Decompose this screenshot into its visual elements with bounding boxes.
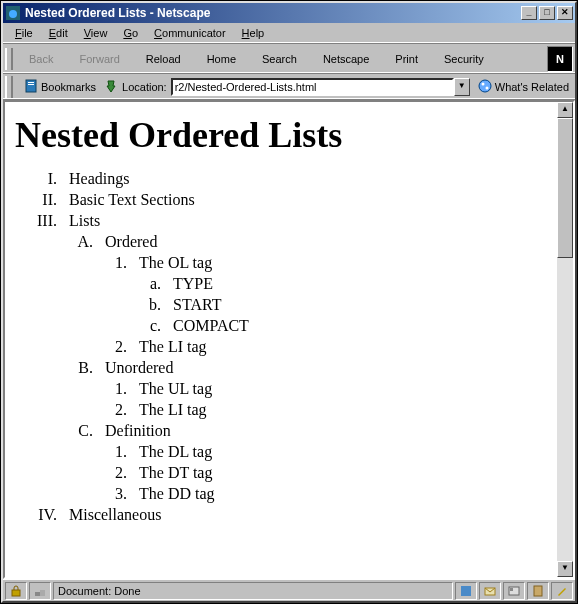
throbber-icon: N [547, 46, 573, 72]
menu-help[interactable]: Help [234, 25, 273, 41]
svg-point-7 [485, 86, 488, 89]
list-item: IV.Miscellaneous [15, 506, 547, 524]
list-item-label: Lists [69, 212, 100, 229]
svg-rect-11 [461, 586, 471, 596]
list-item-label: The LI tag [139, 401, 207, 418]
home-button[interactable]: Home [195, 49, 248, 69]
titlebar: Nested Ordered Lists - Netscape _ □ ✕ [3, 3, 575, 23]
list-item-label: Ordered [105, 233, 157, 250]
window-controls: _ □ ✕ [521, 6, 573, 20]
viewport: Nested Ordered Lists I.HeadingsII.Basic … [3, 100, 575, 579]
list-marker: I. [15, 170, 57, 188]
menu-file[interactable]: File [7, 25, 41, 41]
location-dropdown-button[interactable]: ▼ [454, 78, 470, 96]
list-item-label: The DT tag [139, 464, 212, 481]
vertical-scrollbar[interactable]: ▲ ▼ [557, 102, 573, 577]
list-marker: b. [135, 296, 161, 314]
list-item-label: Basic Text Sections [69, 191, 195, 208]
menubar: File Edit View Go Communicator Help [3, 23, 575, 44]
scroll-thumb[interactable] [557, 118, 573, 258]
list-item: 2.The LI tag [101, 338, 547, 356]
scroll-up-button[interactable]: ▲ [557, 102, 573, 118]
menu-communicator[interactable]: Communicator [146, 25, 234, 41]
forward-button[interactable]: Forward [67, 49, 131, 69]
list-marker: A. [65, 233, 93, 251]
list-marker: 1. [101, 380, 127, 398]
location-toolbar: Bookmarks Location: ▼ What's Related [3, 74, 575, 100]
app-window: Nested Ordered Lists - Netscape _ □ ✕ Fi… [1, 1, 577, 603]
mail-component-icon[interactable] [479, 582, 501, 600]
whats-related-button[interactable]: What's Related [474, 77, 573, 97]
menu-view[interactable]: View [76, 25, 116, 41]
svg-rect-10 [40, 590, 45, 596]
svg-rect-3 [28, 82, 34, 83]
list-marker: C. [65, 422, 93, 440]
svg-rect-9 [35, 592, 40, 596]
window-title: Nested Ordered Lists - Netscape [25, 6, 521, 20]
online-status-icon[interactable] [29, 582, 51, 600]
composer-component-icon[interactable] [551, 582, 573, 600]
component-bar [455, 582, 573, 600]
list-item: II.Basic Text Sections [15, 191, 547, 209]
back-button[interactable]: Back [17, 49, 65, 69]
list-item: 1.The OL taga.TYPEb.STARTc.COMPACT [101, 254, 547, 335]
list-item-label: Definition [105, 422, 171, 439]
print-button[interactable]: Print [383, 49, 430, 69]
location-input[interactable] [171, 78, 454, 96]
list-item: 1.The UL tag [101, 380, 547, 398]
status-text: Document: Done [53, 582, 453, 600]
list-marker: 2. [101, 338, 127, 356]
statusbar: Document: Done [3, 579, 575, 601]
toolbar-grip[interactable] [5, 48, 13, 70]
news-component-icon[interactable] [503, 582, 525, 600]
list-item: A.Ordered1.The OL taga.TYPEb.STARTc.COMP… [65, 233, 547, 356]
netscape-button[interactable]: Netscape [311, 49, 381, 69]
search-button[interactable]: Search [250, 49, 309, 69]
list-item-label: Headings [69, 170, 129, 187]
nav-component-icon[interactable] [455, 582, 477, 600]
list-item-label: START [173, 296, 221, 313]
svg-rect-14 [510, 588, 513, 591]
list-item: 3.The DD tag [101, 485, 547, 503]
list-item: c.COMPACT [135, 317, 547, 335]
svg-rect-15 [534, 586, 542, 596]
list-marker: II. [15, 191, 57, 209]
security-lock-icon[interactable] [5, 582, 27, 600]
close-button[interactable]: ✕ [557, 6, 573, 20]
menu-edit[interactable]: Edit [41, 25, 76, 41]
list-item-label: TYPE [173, 275, 213, 292]
nested-list: A.Ordered1.The OL taga.TYPEb.STARTc.COMP… [65, 233, 547, 503]
list-marker: 1. [101, 254, 127, 272]
list-item-label: The UL tag [139, 380, 212, 397]
location-pin-icon [104, 79, 118, 95]
security-button[interactable]: Security [432, 49, 496, 69]
list-item: C.Definition1.The DL tag2.The DT tag3.Th… [65, 422, 547, 503]
list-item: a.TYPE [135, 275, 547, 293]
list-item: b.START [135, 296, 547, 314]
scroll-track[interactable] [557, 118, 573, 561]
location-label: Location: [122, 81, 167, 93]
locbar-grip[interactable] [5, 76, 13, 98]
list-item: B.Unordered1.The UL tag2.The LI tag [65, 359, 547, 419]
related-icon [478, 79, 492, 95]
page-body: Nested Ordered Lists I.HeadingsII.Basic … [5, 102, 557, 577]
address-component-icon[interactable] [527, 582, 549, 600]
list-item-label: The DD tag [139, 485, 215, 502]
menu-go[interactable]: Go [115, 25, 146, 41]
nested-list: 1.The OL taga.TYPEb.STARTc.COMPACT2.The … [101, 254, 547, 356]
maximize-button[interactable]: □ [539, 6, 555, 20]
list-item-label: The LI tag [139, 338, 207, 355]
bookmarks-label: Bookmarks [41, 81, 96, 93]
list-marker: B. [65, 359, 93, 377]
minimize-button[interactable]: _ [521, 6, 537, 20]
list-marker: 3. [101, 485, 127, 503]
scroll-down-button[interactable]: ▼ [557, 561, 573, 577]
reload-button[interactable]: Reload [134, 49, 193, 69]
bookmarks-button[interactable]: Bookmarks [20, 77, 100, 97]
list-marker: III. [15, 212, 57, 230]
nested-list: 1.The DL tag2.The DT tag3.The DD tag [101, 443, 547, 503]
list-item: 1.The DL tag [101, 443, 547, 461]
nested-list: a.TYPEb.STARTc.COMPACT [135, 275, 547, 335]
location-field-wrap: ▼ [171, 78, 470, 96]
list-marker: 1. [101, 443, 127, 461]
